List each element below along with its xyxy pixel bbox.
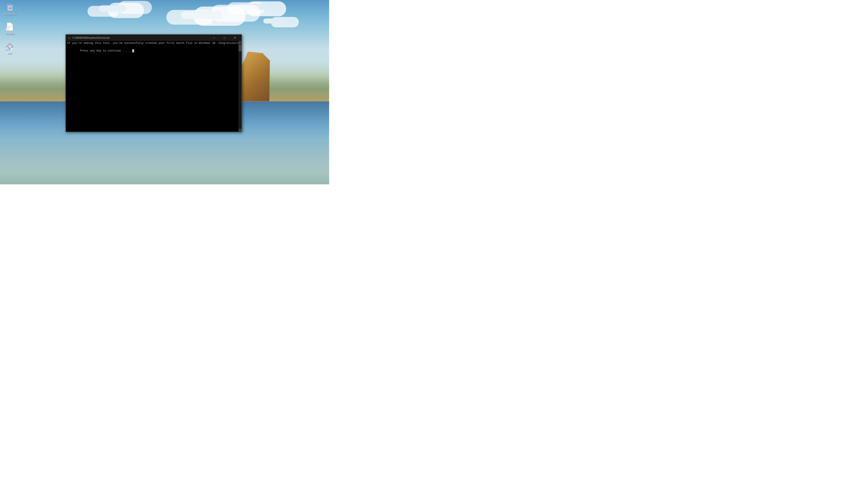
cmd-line-1: If you're seeing this text, you've succe… xyxy=(67,41,240,45)
cmd-titlebar-buttons: ─ □ ✕ xyxy=(209,35,240,41)
desktop-icon-desktop[interactable]: ↗ desktop xyxy=(2,22,18,36)
svg-text:♻: ♻ xyxy=(9,7,11,9)
test-file-icon: ↗ xyxy=(5,42,14,51)
cmd-window: C:\ C:\WINDOWS\system32\cmd.exe ─ □ ✕ If… xyxy=(66,34,242,132)
desktop-file-icon: ↗ xyxy=(5,22,14,31)
cloud-4 xyxy=(264,19,286,24)
desktop-icon-recycle-bin[interactable]: ♻ Recycle Bin xyxy=(2,2,18,17)
cloud-2 xyxy=(181,11,222,19)
cmd-cursor xyxy=(132,49,134,53)
svg-rect-2 xyxy=(9,4,11,5)
document-svg: ↗ xyxy=(6,23,14,31)
desktop-icon-test[interactable]: ↗ test xyxy=(2,41,18,56)
desktop-background: ♻ Recycle Bin ↗ desktop xyxy=(0,0,329,184)
svg-rect-17 xyxy=(9,48,10,50)
cmd-line-2: Press any key to continue . . . xyxy=(67,45,240,57)
test-icon-label: test xyxy=(3,52,17,55)
scroll-up-arrow[interactable]: ▲ xyxy=(239,41,242,44)
cmd-window-icon: C:\ xyxy=(68,36,71,39)
cloud-1 xyxy=(99,5,126,12)
svg-marker-8 xyxy=(11,23,13,24)
recycle-bin-icon: ♻ xyxy=(5,3,14,12)
svg-text:↗: ↗ xyxy=(11,48,13,51)
cmd-content: If you're seeing this text, you've succe… xyxy=(66,41,242,132)
desktop-icon-label: desktop xyxy=(3,32,17,35)
scroll-thumb[interactable] xyxy=(239,44,242,51)
scroll-down-arrow[interactable]: ▼ xyxy=(239,129,242,132)
svg-text:C:\: C:\ xyxy=(68,37,71,39)
minimize-button[interactable]: ─ xyxy=(209,35,219,41)
cmd-scrollbar[interactable]: ▲ ▼ xyxy=(239,41,242,132)
svg-rect-19 xyxy=(12,46,13,47)
recycle-bin-label: Recycle Bin xyxy=(3,13,17,15)
svg-text:↗: ↗ xyxy=(6,28,8,31)
cloud-3 xyxy=(237,4,269,10)
close-button[interactable]: ✕ xyxy=(230,35,240,41)
recycle-bin-svg: ♻ xyxy=(6,3,14,11)
cliff-rock xyxy=(241,52,270,101)
cmd-titlebar[interactable]: C:\ C:\WINDOWS\system32\cmd.exe ─ □ ✕ xyxy=(66,35,242,41)
test-svg: ↗ xyxy=(6,42,14,51)
maximize-button[interactable]: □ xyxy=(219,35,229,41)
svg-rect-16 xyxy=(9,43,10,44)
svg-rect-18 xyxy=(6,46,8,47)
cmd-title-text: C:\WINDOWS\system32\cmd.exe xyxy=(72,36,208,39)
